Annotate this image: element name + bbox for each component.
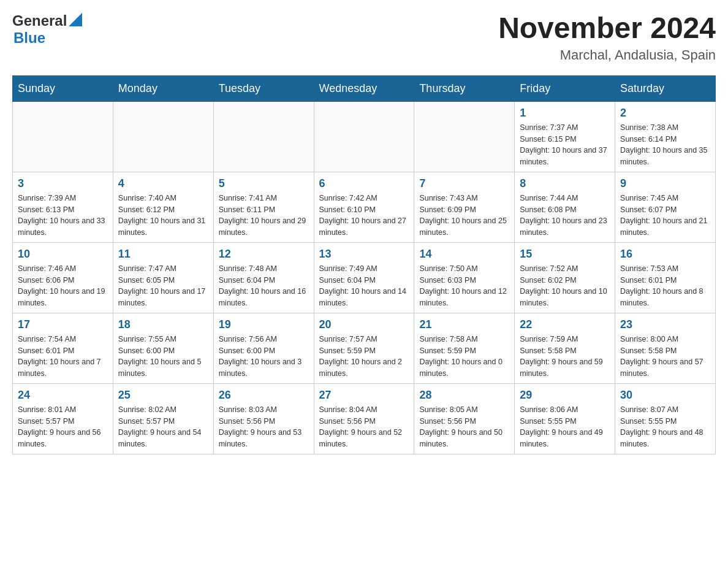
day-cell: 14Sunrise: 7:50 AM Sunset: 6:03 PM Dayli… [414,242,515,313]
day-number: 9 [620,177,710,190]
day-number: 10 [18,248,108,261]
day-info: Sunrise: 7:40 AM Sunset: 6:12 PM Dayligh… [118,193,208,239]
day-cell [314,101,414,172]
day-number: 20 [319,318,409,331]
day-cell: 30Sunrise: 8:07 AM Sunset: 5:55 PM Dayli… [615,383,716,454]
weekday-header-thursday: Thursday [414,75,515,101]
day-info: Sunrise: 7:55 AM Sunset: 6:00 PM Dayligh… [118,334,208,380]
day-number: 27 [319,389,409,402]
day-number: 19 [219,318,309,331]
day-info: Sunrise: 8:03 AM Sunset: 5:56 PM Dayligh… [219,404,309,450]
week-row-5: 24Sunrise: 8:01 AM Sunset: 5:57 PM Dayli… [13,383,716,454]
calendar-subtitle: Marchal, Andalusia, Spain [498,47,716,63]
day-cell: 13Sunrise: 7:49 AM Sunset: 6:04 PM Dayli… [314,242,414,313]
day-number: 7 [419,177,509,190]
day-number: 16 [620,248,710,261]
weekday-header-friday: Friday [515,75,615,101]
day-number: 13 [319,248,409,261]
day-cell: 3Sunrise: 7:39 AM Sunset: 6:13 PM Daylig… [13,172,113,242]
title-area: November 2024 Marchal, Andalusia, Spain [498,12,716,63]
day-info: Sunrise: 7:47 AM Sunset: 6:05 PM Dayligh… [118,263,208,309]
day-cell: 17Sunrise: 7:54 AM Sunset: 6:01 PM Dayli… [13,313,113,383]
day-number: 28 [419,389,509,402]
day-number: 23 [620,318,710,331]
day-info: Sunrise: 7:44 AM Sunset: 6:08 PM Dayligh… [520,193,610,239]
weekday-header-monday: Monday [113,75,213,101]
calendar-title: November 2024 [498,12,716,45]
day-info: Sunrise: 7:38 AM Sunset: 6:14 PM Dayligh… [620,122,710,168]
logo-blue: Blue [13,29,82,47]
day-number: 29 [520,389,610,402]
day-cell: 15Sunrise: 7:52 AM Sunset: 6:02 PM Dayli… [515,242,615,313]
day-cell: 29Sunrise: 8:06 AM Sunset: 5:55 PM Dayli… [515,383,615,454]
day-number: 30 [620,389,710,402]
day-number: 17 [18,318,108,331]
day-info: Sunrise: 8:06 AM Sunset: 5:55 PM Dayligh… [520,404,610,450]
day-info: Sunrise: 7:56 AM Sunset: 6:00 PM Dayligh… [219,334,309,380]
day-cell: 10Sunrise: 7:46 AM Sunset: 6:06 PM Dayli… [13,242,113,313]
day-cell: 19Sunrise: 7:56 AM Sunset: 6:00 PM Dayli… [213,313,314,383]
day-info: Sunrise: 7:45 AM Sunset: 6:07 PM Dayligh… [620,193,710,239]
day-cell: 28Sunrise: 8:05 AM Sunset: 5:56 PM Dayli… [414,383,515,454]
svg-marker-0 [69,13,82,26]
header: General Blue November 2024 Marchal, Anda… [12,12,716,63]
day-number: 3 [18,177,108,190]
day-info: Sunrise: 7:46 AM Sunset: 6:06 PM Dayligh… [18,263,108,309]
day-cell: 25Sunrise: 8:02 AM Sunset: 5:57 PM Dayli… [113,383,213,454]
day-number: 22 [520,318,610,331]
day-cell: 4Sunrise: 7:40 AM Sunset: 6:12 PM Daylig… [113,172,213,242]
day-cell: 18Sunrise: 7:55 AM Sunset: 6:00 PM Dayli… [113,313,213,383]
day-cell: 22Sunrise: 7:59 AM Sunset: 5:58 PM Dayli… [515,313,615,383]
day-cell [414,101,515,172]
day-number: 26 [219,389,309,402]
day-cell: 12Sunrise: 7:48 AM Sunset: 6:04 PM Dayli… [213,242,314,313]
day-number: 6 [319,177,409,190]
day-number: 1 [520,107,610,120]
day-cell: 11Sunrise: 7:47 AM Sunset: 6:05 PM Dayli… [113,242,213,313]
weekday-header-row: SundayMondayTuesdayWednesdayThursdayFrid… [13,75,716,101]
day-info: Sunrise: 7:43 AM Sunset: 6:09 PM Dayligh… [419,193,509,239]
day-info: Sunrise: 7:42 AM Sunset: 6:10 PM Dayligh… [319,193,409,239]
day-number: 25 [118,389,208,402]
day-info: Sunrise: 7:39 AM Sunset: 6:13 PM Dayligh… [18,193,108,239]
day-cell: 23Sunrise: 8:00 AM Sunset: 5:58 PM Dayli… [615,313,716,383]
day-info: Sunrise: 7:37 AM Sunset: 6:15 PM Dayligh… [520,122,610,168]
day-cell: 24Sunrise: 8:01 AM Sunset: 5:57 PM Dayli… [13,383,113,454]
day-number: 21 [419,318,509,331]
day-cell: 2Sunrise: 7:38 AM Sunset: 6:14 PM Daylig… [615,101,716,172]
day-info: Sunrise: 7:48 AM Sunset: 6:04 PM Dayligh… [219,263,309,309]
day-info: Sunrise: 8:04 AM Sunset: 5:56 PM Dayligh… [319,404,409,450]
day-number: 18 [118,318,208,331]
day-info: Sunrise: 7:59 AM Sunset: 5:58 PM Dayligh… [520,334,610,380]
day-cell: 9Sunrise: 7:45 AM Sunset: 6:07 PM Daylig… [615,172,716,242]
week-row-2: 3Sunrise: 7:39 AM Sunset: 6:13 PM Daylig… [13,172,716,242]
weekday-header-tuesday: Tuesday [213,75,314,101]
logo: General Blue [12,12,82,46]
day-info: Sunrise: 7:53 AM Sunset: 6:01 PM Dayligh… [620,263,710,309]
day-cell: 21Sunrise: 7:58 AM Sunset: 5:59 PM Dayli… [414,313,515,383]
day-info: Sunrise: 7:58 AM Sunset: 5:59 PM Dayligh… [419,334,509,380]
day-cell: 20Sunrise: 7:57 AM Sunset: 5:59 PM Dayli… [314,313,414,383]
day-info: Sunrise: 8:02 AM Sunset: 5:57 PM Dayligh… [118,404,208,450]
day-cell [213,101,314,172]
day-cell [113,101,213,172]
day-info: Sunrise: 8:05 AM Sunset: 5:56 PM Dayligh… [419,404,509,450]
day-number: 11 [118,248,208,261]
day-number: 12 [219,248,309,261]
day-number: 2 [620,107,710,120]
week-row-1: 1Sunrise: 7:37 AM Sunset: 6:15 PM Daylig… [13,101,716,172]
day-number: 5 [219,177,309,190]
day-info: Sunrise: 8:07 AM Sunset: 5:55 PM Dayligh… [620,404,710,450]
day-info: Sunrise: 7:41 AM Sunset: 6:11 PM Dayligh… [219,193,309,239]
day-info: Sunrise: 7:52 AM Sunset: 6:02 PM Dayligh… [520,263,610,309]
day-info: Sunrise: 7:54 AM Sunset: 6:01 PM Dayligh… [18,334,108,380]
day-cell: 6Sunrise: 7:42 AM Sunset: 6:10 PM Daylig… [314,172,414,242]
day-number: 4 [118,177,208,190]
day-cell: 27Sunrise: 8:04 AM Sunset: 5:56 PM Dayli… [314,383,414,454]
day-info: Sunrise: 7:50 AM Sunset: 6:03 PM Dayligh… [419,263,509,309]
day-info: Sunrise: 8:01 AM Sunset: 5:57 PM Dayligh… [18,404,108,450]
day-number: 14 [419,248,509,261]
day-number: 15 [520,248,610,261]
day-cell [13,101,113,172]
day-cell: 8Sunrise: 7:44 AM Sunset: 6:08 PM Daylig… [515,172,615,242]
